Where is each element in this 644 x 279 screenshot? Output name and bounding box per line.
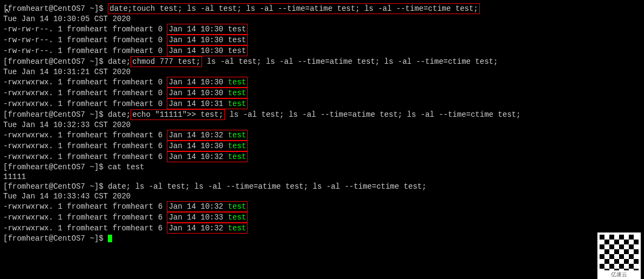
terminal-cursor-icon bbox=[108, 235, 112, 242]
ls-output: -rwxrwxrwx. 1 fromheart fromheart 0 Jan … bbox=[3, 98, 641, 109]
ls-output: -rw-rw-r--. 1 fromheart fromheart 0 Jan … bbox=[3, 45, 641, 56]
terminal-line[interactable]: [fromheart@CentOS7 ~]$ bbox=[3, 234, 641, 243]
ls-output: -rwxrwxrwx. 1 fromheart fromheart 6 Jan … bbox=[3, 223, 641, 234]
filename: test bbox=[228, 202, 246, 211]
date-output: Tue Jan 14 10:30:05 CST 2020 bbox=[3, 14, 641, 24]
date-output: Tue Jan 14 10:32:33 CST 2020 bbox=[3, 120, 641, 130]
filename: test bbox=[228, 213, 246, 222]
highlighted-time: Jan 14 10:32 test bbox=[167, 151, 248, 162]
terminal-line: [fromheart@CentOS7 ~]$ cat test bbox=[3, 162, 641, 172]
highlighted-time: Jan 14 10:30 test bbox=[167, 77, 248, 88]
ls-output: -rwxrwxrwx. 1 fromheart fromheart 6 Jan … bbox=[3, 141, 641, 151]
highlighted-time: Jan 14 10:33 test bbox=[167, 212, 248, 223]
terminal-line: [fromheart@CentOS7 ~]$ date; ls -al test… bbox=[3, 182, 641, 191]
filename: test bbox=[228, 99, 246, 108]
qr-code-icon bbox=[597, 232, 641, 276]
highlighted-command: echo "11111">> test; bbox=[131, 109, 225, 120]
prompt: [fromheart@CentOS7 ~]$ bbox=[3, 4, 108, 13]
prompt: [fromheart@CentOS7 ~]$ bbox=[3, 110, 108, 119]
cat-output: 11111 bbox=[3, 172, 641, 182]
ls-output: -rwxrwxrwx. 1 fromheart fromheart 0 Jan … bbox=[3, 77, 641, 88]
prompt: [fromheart@CentOS7 ~]$ bbox=[3, 163, 108, 171]
filename: test bbox=[228, 152, 246, 161]
filename: test bbox=[228, 224, 246, 232]
filename: test bbox=[228, 142, 246, 150]
ls-output: -rwxrwxrwx. 1 fromheart fromheart 0 Jan … bbox=[3, 88, 641, 98]
highlighted-time: Jan 14 10:30 test bbox=[167, 35, 248, 45]
ls-output: -rwxrwxrwx. 1 fromheart fromheart 6 Jan … bbox=[3, 201, 641, 212]
filename: test bbox=[228, 131, 246, 140]
watermark-label: 亿速云 bbox=[597, 270, 641, 279]
ls-output: -rw-rw-r--. 1 fromheart fromheart 0 Jan … bbox=[3, 35, 641, 45]
ls-output: -rwxrwxrwx. 1 fromheart fromheart 6 Jan … bbox=[3, 151, 641, 162]
date-output: Tue Jan 14 10:33:43 CST 2020 bbox=[3, 191, 641, 201]
filename: test bbox=[228, 78, 246, 87]
highlighted-time: Jan 14 10:31 test bbox=[167, 98, 248, 109]
highlighted-command: chmod 777 test; bbox=[131, 56, 202, 67]
mouse-cursor-icon: ↖ bbox=[5, 5, 10, 15]
highlighted-time: Jan 14 10:30 test bbox=[167, 141, 248, 151]
highlighted-time: Jan 14 10:30 test bbox=[167, 88, 248, 98]
highlighted-time: Jan 14 10:32 test bbox=[167, 201, 248, 212]
filename: test bbox=[228, 89, 246, 97]
highlighted-time: Jan 14 10:30 test bbox=[167, 24, 248, 35]
terminal-line: [fromheart@CentOS7 ~]$ date;chmod 777 te… bbox=[3, 56, 641, 67]
prompt: [fromheart@CentOS7 ~]$ bbox=[3, 234, 108, 243]
highlighted-time: Jan 14 10:32 test bbox=[167, 223, 248, 234]
highlighted-command: date;touch test; ls -al test; ls -al --t… bbox=[108, 3, 480, 14]
prompt: [fromheart@CentOS7 ~]$ bbox=[3, 57, 108, 66]
prompt: [fromheart@CentOS7 ~]$ bbox=[3, 182, 108, 191]
ls-output: -rw-rw-r--. 1 fromheart fromheart 0 Jan … bbox=[3, 24, 641, 35]
terminal-line: [fromheart@CentOS7 ~]$ date;echo "11111"… bbox=[3, 109, 641, 120]
highlighted-time: Jan 14 10:30 test bbox=[167, 45, 248, 56]
ls-output: -rwxrwxrwx. 1 fromheart fromheart 6 Jan … bbox=[3, 212, 641, 223]
ls-output: -rwxrwxrwx. 1 fromheart fromheart 6 Jan … bbox=[3, 130, 641, 141]
highlighted-time: Jan 14 10:32 test bbox=[167, 130, 248, 141]
date-output: Tue Jan 14 10:31:21 CST 2020 bbox=[3, 67, 641, 77]
terminal-line: [fromheart@CentOS7 ~]$ date;touch test; … bbox=[3, 3, 641, 14]
